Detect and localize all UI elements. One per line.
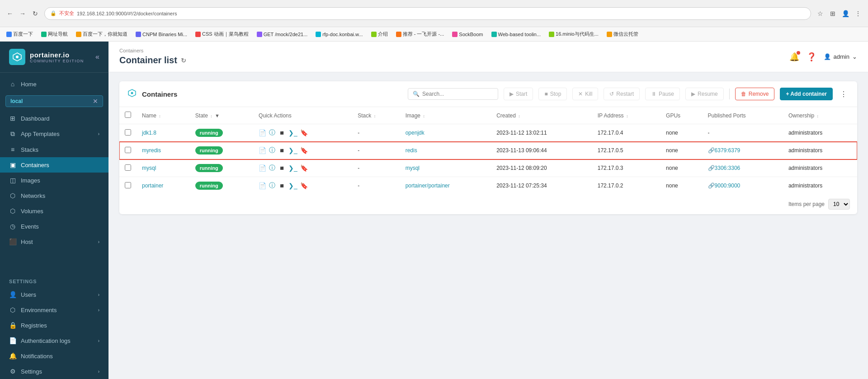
col-image[interactable]: Image ↕ — [400, 107, 491, 124]
bookmark-rfp[interactable]: rfp-doc.konbai.w... — [313, 31, 365, 38]
bookmark-tuijian[interactable]: 推荐 - 一飞开源 -... — [393, 30, 447, 38]
image-link[interactable]: redis — [406, 147, 417, 154]
image-link[interactable]: openjdk — [406, 130, 425, 136]
sidebar-item-host[interactable]: ⬛ Host › — [0, 234, 108, 249]
restart-button[interactable]: ↺ Restart — [604, 88, 640, 100]
sidebar-item-registries[interactable]: 🔒 Registries — [0, 318, 108, 333]
container-name-link[interactable]: mysql — [142, 165, 156, 171]
container-name-link[interactable]: jdk1.8 — [142, 130, 156, 136]
col-stack[interactable]: Stack ↕ — [352, 107, 400, 124]
port-link[interactable]: 🔗3306:3306 — [708, 165, 741, 171]
exec-icon[interactable]: ❯_ — [288, 147, 297, 154]
stats-icon[interactable]: ◾ — [278, 147, 286, 154]
sidebar-item-containers[interactable]: ▣ Containers — [0, 157, 108, 173]
ports-cell: 🔗3306:3306 — [703, 159, 783, 177]
bookmark-css[interactable]: CSS 动画｜菜鸟教程 — [193, 30, 251, 38]
refresh-icon[interactable]: ↻ — [181, 57, 186, 64]
logs-icon[interactable]: 📄 — [259, 129, 266, 136]
row-checkbox[interactable] — [125, 164, 131, 171]
logs-icon[interactable]: 📄 — [259, 164, 266, 172]
attach-icon[interactable]: 🔖 — [300, 129, 308, 136]
stats-icon[interactable]: ◾ — [278, 182, 286, 189]
port-link[interactable]: 🔗9000:9000 — [708, 182, 741, 189]
state-filter-icon[interactable]: ▼ — [215, 113, 220, 118]
bookmark-cnpm[interactable]: CNPM Binaries Mi... — [133, 31, 190, 38]
bookmark-minio[interactable]: 16.minio与代码生... — [546, 30, 601, 38]
attach-icon[interactable]: 🔖 — [300, 147, 308, 154]
bookmark-intro[interactable]: 介绍 — [368, 30, 391, 38]
sidebar-item-notifications[interactable]: 🔔 Notifications — [0, 348, 108, 364]
stats-icon[interactable]: ◾ — [278, 129, 286, 136]
sidebar-item-environments[interactable]: ⬡ Environments › — [0, 302, 108, 318]
sidebar-item-app-templates[interactable]: ⧉ App Templates › — [0, 126, 108, 142]
pause-button[interactable]: ⏸ Pause — [645, 88, 680, 100]
image-link[interactable]: mysql — [406, 165, 420, 171]
bookmark-sockboom[interactable]: SockBoom — [449, 31, 486, 38]
bookmark-webbased[interactable]: Web-based toolin... — [489, 31, 544, 38]
add-container-button[interactable]: + Add container — [780, 88, 833, 100]
row-checkbox[interactable] — [125, 182, 131, 188]
container-name-link[interactable]: myredis — [142, 147, 161, 154]
admin-menu-button[interactable]: 👤 admin ⌄ — [824, 53, 857, 60]
stop-button[interactable]: ■ Stop — [538, 88, 567, 100]
exec-icon[interactable]: ❯_ — [288, 129, 297, 136]
sidebar-item-volumes[interactable]: ⬡ Volumes — [0, 203, 108, 219]
exec-icon[interactable]: ❯_ — [288, 164, 297, 172]
help-button[interactable]: ❓ — [807, 52, 816, 62]
env-close-button[interactable]: ✕ — [93, 98, 98, 105]
notifications-bell-button[interactable]: 🔔 — [789, 52, 799, 62]
sidebar-item-auth-logs[interactable]: 📄 Authentication logs › — [0, 333, 108, 348]
address-bar[interactable]: 🔒 不安全 192.168.162.100:9000/#!/2/docker/c… — [44, 7, 811, 20]
bookmark-wechat[interactable]: 微信云托管 — [604, 30, 641, 38]
sidebar-item-stacks[interactable]: ≡ Stacks — [0, 142, 108, 157]
forward-button[interactable]: → — [17, 8, 28, 19]
menu-button[interactable]: ⋮ — [853, 8, 863, 19]
sidebar-item-images[interactable]: ◫ Images — [0, 173, 108, 188]
sidebar-collapse-button[interactable]: « — [95, 53, 99, 61]
start-button[interactable]: ▶ Start — [504, 88, 533, 100]
profile-button[interactable]: 👤 — [840, 8, 851, 19]
items-per-page-select[interactable]: 10 25 50 — [828, 199, 850, 210]
bookmark-nav[interactable]: 网址导航 — [38, 30, 71, 38]
inspect-icon[interactable]: ⓘ — [269, 182, 275, 190]
image-link[interactable]: portainer/portainer — [406, 182, 450, 189]
kill-button[interactable]: ✕ Kill — [572, 88, 598, 100]
attach-icon[interactable]: 🔖 — [300, 182, 308, 189]
col-ip[interactable]: IP Address ↕ — [592, 107, 660, 124]
resume-button[interactable]: ▶ Resume — [685, 88, 724, 100]
sidebar-item-users[interactable]: 👤 Users › — [0, 287, 108, 302]
container-name-link[interactable]: portainer — [142, 182, 163, 189]
back-button[interactable]: ← — [5, 8, 15, 19]
logs-icon[interactable]: 📄 — [259, 182, 266, 189]
more-options-button[interactable]: ⋮ — [838, 90, 849, 98]
inspect-icon[interactable]: ⓘ — [269, 129, 275, 137]
sidebar-item-home[interactable]: ⌂ Home — [0, 76, 108, 92]
col-state[interactable]: State ↕ ▼ — [190, 107, 253, 124]
reload-button[interactable]: ↻ — [30, 8, 41, 19]
sidebar-item-events[interactable]: ◷ Events — [0, 219, 108, 234]
attach-icon[interactable]: 🔖 — [300, 164, 308, 172]
sidebar-item-networks[interactable]: ⬡ Networks — [0, 188, 108, 203]
inspect-icon[interactable]: ⓘ — [269, 146, 275, 154]
sidebar-item-settings[interactable]: ⚙ Settings › — [0, 364, 108, 379]
search-box[interactable]: 🔍 — [408, 88, 498, 100]
stats-icon[interactable]: ◾ — [278, 164, 286, 172]
inspect-icon[interactable]: ⓘ — [269, 164, 275, 172]
row-checkbox[interactable] — [125, 147, 131, 153]
bookmark-baidu[interactable]: 百度一下 — [4, 30, 36, 38]
sidebar-item-dashboard[interactable]: ⊞ Dashboard — [0, 111, 108, 126]
bookmark-baidu2[interactable]: 百度一下，你就知道 — [73, 30, 130, 38]
col-ownership[interactable]: Ownership ↕ — [783, 107, 857, 124]
exec-icon[interactable]: ❯_ — [288, 182, 297, 189]
select-all-checkbox[interactable] — [125, 112, 131, 118]
col-created[interactable]: Created ↕ — [491, 107, 592, 124]
extensions-button[interactable]: ⊞ — [827, 8, 838, 19]
bookmark-get[interactable]: GET /mock/2de21... — [254, 31, 311, 38]
remove-button[interactable]: 🗑 Remove — [735, 88, 775, 100]
row-checkbox[interactable] — [125, 129, 131, 136]
bookmark-button[interactable]: ☆ — [815, 8, 826, 19]
logs-icon[interactable]: 📄 — [259, 147, 266, 154]
search-input[interactable] — [422, 91, 493, 97]
col-name[interactable]: Name ↕ — [137, 107, 190, 124]
port-link[interactable]: 🔗6379:6379 — [708, 147, 741, 154]
